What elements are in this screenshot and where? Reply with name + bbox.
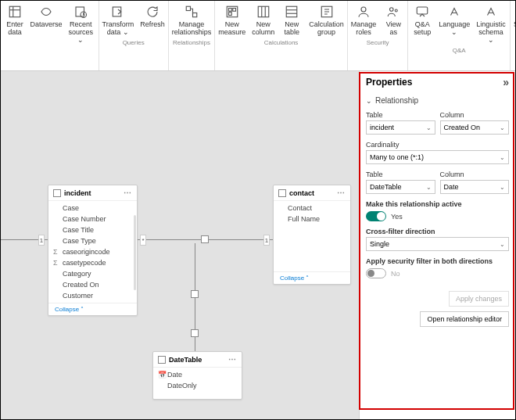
select-cardinality[interactable]: Many to one (*:1)⌄ <box>366 150 509 164</box>
chevron-down-icon: ⌄ <box>426 124 432 131</box>
select-table-2[interactable]: DateTable⌄ <box>366 180 435 194</box>
relationship-node[interactable] <box>191 329 199 337</box>
table-menu-icon[interactable]: ⋯ <box>124 188 132 197</box>
table-card-datetable[interactable]: DateTable ⋯ 📅DateDateOnly <box>152 351 242 400</box>
field-row[interactable]: Contact <box>274 203 350 214</box>
ribbon-sensitivity[interactable]: Sensitivity⌄ <box>511 2 516 38</box>
field-row[interactable]: DateOnly <box>153 380 242 391</box>
field-row[interactable]: Created On <box>48 279 137 290</box>
properties-panel: Properties » ⌄ Relationship Table incide… <box>359 71 515 419</box>
view-as-icon <box>385 4 401 20</box>
ribbon-new-table[interactable]: Newtable <box>278 2 306 38</box>
ribbon-view-as[interactable]: Viewas <box>379 2 407 38</box>
section-header[interactable]: ⌄ Relationship <box>366 88 509 105</box>
field-row[interactable]: Case Title <box>48 224 137 235</box>
field-row[interactable]: Customer <box>48 290 137 301</box>
field-row[interactable]: Full Name <box>274 214 350 224</box>
ribbon-schema[interactable]: Linguisticschema ⌄ <box>472 2 510 46</box>
ribbon-label: Enterdata <box>6 21 23 37</box>
refresh-icon <box>145 4 160 20</box>
table-card-contact[interactable]: contact ⋯ ContactFull Name Collapse ˄ <box>273 185 351 285</box>
ribbon-language[interactable]: Language⌄ <box>436 2 472 46</box>
label-table: Table <box>366 171 435 178</box>
relationship-node[interactable] <box>201 235 209 243</box>
ribbon-table[interactable]: Enterdata <box>1 2 29 46</box>
select-column-2[interactable]: Date⌄ <box>440 180 510 194</box>
transform-icon <box>110 4 126 20</box>
field-row[interactable]: Σcaseorigincode <box>48 246 137 257</box>
relationship-node[interactable] <box>191 290 199 298</box>
cardinality-one: 1 <box>263 235 270 246</box>
ribbon-label: Newtable <box>285 21 300 37</box>
ribbon-label: Newcolumn <box>252 21 274 37</box>
ribbon-roles[interactable]: Manageroles <box>348 2 380 38</box>
toggle-active-value: Yes <box>391 213 403 221</box>
label-cross-filter: Cross-filter direction <box>366 228 509 235</box>
field-name: Created On <box>63 281 99 289</box>
ribbon-label: Newmeasure <box>218 21 245 37</box>
label-cardinality: Cardinality <box>366 141 509 149</box>
chevron-down-icon: ⌄ <box>500 184 505 191</box>
ribbon-refresh[interactable]: Refresh <box>137 2 168 38</box>
ribbon-group-caption: Queries <box>99 38 168 48</box>
svg-point-20 <box>390 8 394 12</box>
label-security-filter: Apply security filter in both directions <box>366 257 509 265</box>
chevron-down-icon: ⌄ <box>500 124 505 131</box>
field-row[interactable]: Σcasetypecode <box>48 257 137 268</box>
ribbon-label: Refresh <box>140 21 165 29</box>
table-card-incident[interactable]: incident ⋯ CaseCase NumberCase TitleCase… <box>48 185 138 316</box>
ribbon-transform[interactable]: Transformdata ⌄ <box>99 2 138 38</box>
table-menu-icon[interactable]: ⋯ <box>228 355 237 364</box>
apply-changes-button: Apply changes <box>449 291 509 307</box>
select-cross-filter[interactable]: Single⌄ <box>366 237 509 251</box>
measure-icon <box>224 4 240 20</box>
table-title: incident <box>64 189 91 197</box>
open-relationship-editor-button[interactable]: Open relationship editor <box>420 311 509 327</box>
label-active: Make this relationship active <box>366 200 509 208</box>
table-menu-icon[interactable]: ⋯ <box>337 188 346 197</box>
ribbon-calc-group[interactable]: Calculationgroup <box>306 2 347 38</box>
sigma-icon: Σ <box>53 248 58 256</box>
qa-icon <box>414 4 430 20</box>
ribbon-label: Linguisticschema ⌄ <box>475 21 507 45</box>
calc-group-icon <box>319 4 335 20</box>
svg-rect-9 <box>228 9 231 12</box>
svg-rect-5 <box>113 7 121 16</box>
field-row[interactable]: Case Number <box>48 214 137 224</box>
ribbon-dataverse[interactable]: Dataverse <box>29 2 63 46</box>
svg-rect-6 <box>186 6 190 10</box>
ribbon-measure[interactable]: Newmeasure <box>215 2 249 38</box>
table-icon <box>158 356 166 364</box>
ribbon-label: Managerelationships <box>172 21 212 37</box>
collapse-panel-icon[interactable]: » <box>503 76 509 88</box>
field-row[interactable]: Case <box>48 203 137 214</box>
ribbon-label: Transformdata ⌄ <box>102 21 134 37</box>
field-name: caseorigincode <box>63 248 110 256</box>
sigma-icon: Σ <box>53 259 58 267</box>
ribbon-label: Recentsources ⌄ <box>66 21 95 45</box>
ribbon-group-caption: Relationships <box>169 38 215 48</box>
svg-point-19 <box>361 7 366 12</box>
ribbon-column[interactable]: Newcolumn <box>249 2 278 38</box>
field-row[interactable]: 📅Date <box>153 369 242 380</box>
ribbon-label: Manageroles <box>351 21 377 37</box>
ribbon-manage-rel[interactable]: Managerelationships <box>169 2 215 38</box>
svg-rect-12 <box>258 6 269 17</box>
dataverse-icon <box>38 4 54 20</box>
cardinality-many: * <box>140 235 146 246</box>
ribbon-qa[interactable]: Q&Asetup <box>408 2 436 46</box>
label-table: Table <box>366 111 435 119</box>
ribbon-label: Q&Asetup <box>414 21 431 37</box>
field-row[interactable]: Case Type <box>48 235 137 246</box>
collapse-link[interactable]: Collapse ˄ <box>274 271 350 284</box>
collapse-link[interactable]: Collapse ˄ <box>48 303 137 315</box>
select-column-1[interactable]: Created On⌄ <box>440 120 510 135</box>
toggle-security-filter[interactable] <box>366 268 386 278</box>
toggle-active[interactable] <box>366 211 386 221</box>
ribbon-group-caption <box>1 46 99 48</box>
field-row[interactable]: Category <box>48 268 137 279</box>
ribbon-recent[interactable]: Recentsources ⌄ <box>63 2 99 46</box>
select-table-1[interactable]: incident⌄ <box>366 120 435 135</box>
new-table-icon <box>284 4 299 20</box>
svg-point-21 <box>396 9 398 12</box>
